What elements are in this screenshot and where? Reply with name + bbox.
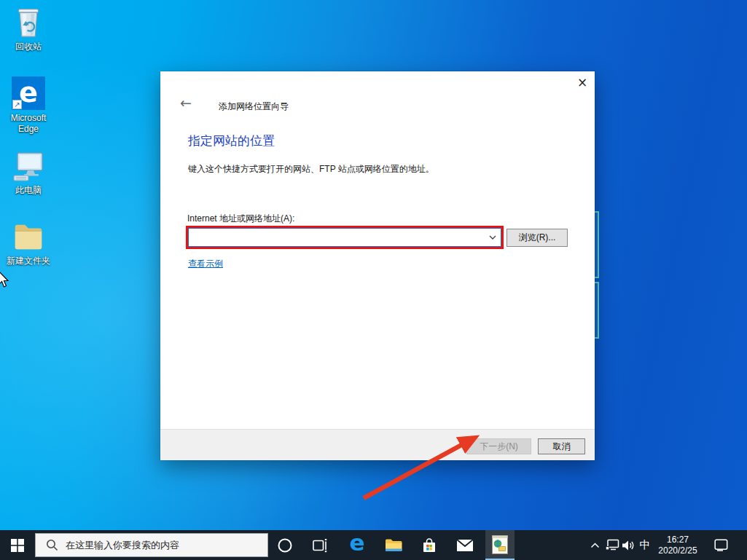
taskbar-edge-button[interactable]: e <box>343 530 372 560</box>
address-input[interactable] <box>189 229 485 246</box>
shortcut-arrow-icon: ↗ <box>12 100 22 109</box>
cancel-button[interactable]: 取消 <box>538 438 585 454</box>
view-examples-link[interactable]: 查看示例 <box>188 258 223 270</box>
recycle-bin-icon <box>11 4 46 39</box>
network-wizard-icon <box>491 535 509 555</box>
close-icon[interactable]: × <box>573 73 592 92</box>
address-combobox-highlight <box>186 226 504 249</box>
next-button[interactable]: 下一步(N) <box>466 438 531 454</box>
tray-clock[interactable]: 16:27 2020/2/25 <box>654 530 701 560</box>
search-icon <box>46 539 58 551</box>
desktop-icon-microsoft-edge[interactable]: e ↗ Microsoft Edge <box>0 76 57 135</box>
desktop-icon-this-pc[interactable]: 此电脑 <box>0 148 57 196</box>
action-center-icon <box>714 539 728 551</box>
desktop-icon-new-folder[interactable]: 新建文件夹 <box>0 218 57 267</box>
ethernet-icon <box>605 539 619 551</box>
tray-time: 16:27 <box>667 535 689 545</box>
mouse-cursor <box>0 270 12 289</box>
back-arrow-icon[interactable]: ← <box>176 95 195 111</box>
task-view-icon <box>313 538 329 553</box>
tray-network-button[interactable] <box>603 530 621 560</box>
desktop: 回收站 e ↗ Microsoft Edge 此电脑 <box>0 0 747 560</box>
windows-logo-icon <box>11 539 24 552</box>
tray-volume-button[interactable] <box>620 530 636 560</box>
store-icon <box>421 537 438 554</box>
taskbar-cortana-button[interactable] <box>270 530 300 560</box>
desktop-icon-label: Microsoft Edge <box>0 113 57 135</box>
taskbar-task-view-button[interactable] <box>306 530 335 560</box>
taskbar-search-box[interactable]: 在这里输入你要搜索的内容 <box>35 533 268 557</box>
edge-tile-icon: e ↗ <box>11 76 46 111</box>
file-explorer-icon <box>385 537 403 553</box>
browse-button[interactable]: 浏览(R)... <box>507 229 568 247</box>
page-heading: 指定网站的位置 <box>188 133 275 149</box>
dialog-title: 添加网络位置向导 <box>219 100 289 113</box>
desktop-icon-label: 新建文件夹 <box>7 256 50 267</box>
add-network-location-wizard-dialog: × ← 添加网络位置向导 指定网站的位置 键入这个快捷方式要打开的网站、FTP … <box>160 71 595 460</box>
chevron-down-icon <box>489 235 496 240</box>
dialog-footer: 下一步(N) 取消 <box>160 429 595 460</box>
tray-action-center-button[interactable] <box>710 530 732 560</box>
taskbar-mail-button[interactable] <box>450 530 480 560</box>
speaker-icon <box>622 540 635 551</box>
taskbar-file-explorer-button[interactable] <box>379 530 408 560</box>
description-text: 键入这个快捷方式要打开的网站、FTP 站点或网络位置的地址。 <box>188 163 434 176</box>
desktop-icon-label: 此电脑 <box>15 185 42 196</box>
desktop-icon-recycle-bin[interactable]: 回收站 <box>0 4 57 52</box>
desktop-icon-label: 回收站 <box>15 42 42 52</box>
folder-icon <box>11 218 46 253</box>
start-button[interactable] <box>0 530 35 560</box>
tray-date: 2020/2/25 <box>658 545 697 556</box>
chevron-up-icon <box>590 543 600 548</box>
combobox-dropdown-button[interactable] <box>485 229 501 246</box>
search-placeholder-text: 在这里输入你要搜索的内容 <box>66 539 179 552</box>
tray-ime-indicator[interactable]: 中 <box>637 530 653 560</box>
taskbar-store-button[interactable] <box>415 530 444 560</box>
this-pc-icon <box>11 148 46 183</box>
edge-icon: e <box>349 532 364 554</box>
mail-icon <box>456 539 474 552</box>
taskbar-network-wizard-button[interactable] <box>485 530 515 560</box>
taskbar: 在这里输入你要搜索的内容 e <box>0 530 747 560</box>
address-field-label: Internet 地址或网络地址(A): <box>187 213 294 225</box>
tray-show-hidden-icons-button[interactable] <box>587 530 602 560</box>
cortana-icon <box>277 537 293 553</box>
